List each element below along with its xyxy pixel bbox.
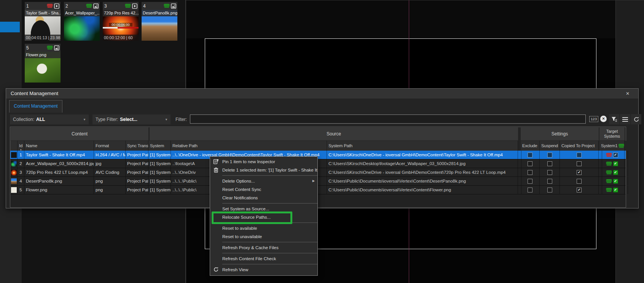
collection-dropdown[interactable]: Collection: ALL ▼ (10, 114, 89, 124)
group-header-source[interactable]: Source (150, 127, 518, 140)
collection-value: ALL (34, 117, 83, 122)
group-header-content[interactable]: Content (11, 127, 148, 140)
target-system-checkbox[interactable] (613, 188, 618, 192)
menu-button[interactable] (620, 114, 630, 124)
media-tile[interactable]: 2 Acer_Wallpaper_... (64, 2, 100, 41)
menu-item-refresh-content-file-check[interactable]: Refresh Content File Check (210, 254, 317, 263)
copied-checkbox[interactable] (577, 188, 582, 192)
tab-content-management[interactable]: Content Management (9, 100, 62, 113)
exclude-checkbox[interactable] (528, 170, 532, 175)
copied-cell (560, 159, 599, 168)
panel-titlebar[interactable]: Content Management ✕ (6, 89, 638, 99)
type-filter-dropdown[interactable]: Type Filter: Select... ▼ (92, 114, 171, 124)
row-thumb-cell (10, 168, 18, 176)
format-cell: png (94, 186, 126, 194)
row-thumbnail (11, 178, 17, 184)
media-tile[interactable]: 4 DesertPano8k.png (142, 2, 177, 41)
media-tile-header: 4 (142, 2, 177, 10)
table-row[interactable]: 1 Taylor Swift - Shake It Off.mp4 H.264 … (10, 151, 626, 159)
suspend-checkbox[interactable] (547, 170, 552, 175)
group-header-settings[interactable]: Settings (521, 127, 599, 140)
close-icon[interactable]: ✕ (626, 91, 630, 96)
col-id[interactable]: Id ▲ (18, 141, 24, 151)
active-tool-indicator[interactable] (0, 22, 20, 32)
clear-filter-button[interactable]: ✕ (600, 116, 607, 122)
col-system-path[interactable]: System Path (327, 141, 518, 151)
menu-item-delete-selected[interactable]: Delete 1 selected item: '[1] Taylor Swif… (210, 166, 317, 174)
menu-item-relocate-source-paths[interactable]: Relocate Source Paths... (210, 213, 317, 221)
target-system-checkbox[interactable] (613, 161, 618, 166)
exclude-cell (521, 186, 540, 194)
media-tile[interactable]: 5 Flower.png (25, 44, 61, 83)
suspend-checkbox[interactable] (547, 153, 552, 157)
video-file-icon (54, 3, 59, 9)
system-path-cell: C:\Users\SKirsch\OneDrive - ioversal Gmb… (327, 168, 518, 176)
exclude-checkbox[interactable] (528, 161, 532, 166)
menu-item-delete-options[interactable]: Delete Options... ▶ (210, 177, 317, 185)
filter-options-button[interactable] (609, 114, 619, 124)
server-status-icon (606, 162, 612, 166)
col-target-system1[interactable]: System1 (599, 141, 625, 151)
col-thumbnail[interactable] (10, 141, 18, 151)
exclude-checkbox[interactable] (528, 188, 532, 192)
media-tile[interactable]: 3 720p Pro Res 42... 00:00:06:00 00:00:1… (103, 2, 139, 41)
menu-item-clear-notifications[interactable]: Clear Notifications (210, 194, 317, 202)
col-system[interactable]: System (148, 141, 171, 151)
table-row[interactable]: 5 Flower.png png Project Path [1] System… (10, 186, 626, 194)
media-tile[interactable]: 1 Taylor Swift - Sha... 00:04:01:13 | 23… (25, 2, 61, 41)
refresh-button[interactable] (631, 114, 641, 124)
copied-checkbox[interactable] (577, 179, 582, 184)
server-status-icon (606, 153, 612, 157)
suspend-checkbox[interactable] (547, 188, 552, 192)
progress-bar (103, 27, 139, 29)
id-cell: 4 (18, 177, 24, 185)
numeric-filter-badge[interactable]: 123 (589, 116, 598, 122)
copied-checkbox[interactable] (577, 153, 582, 157)
menu-item-refresh-view[interactable]: Refresh View (210, 266, 317, 274)
group-header-target-systems[interactable]: Target Systems (599, 127, 625, 140)
exclude-checkbox[interactable] (528, 153, 532, 157)
chevron-down-icon: ▼ (83, 118, 89, 121)
system-cell: [1] System1 (148, 151, 171, 159)
group-target-line2: Systems (604, 134, 620, 139)
menu-separator (222, 223, 317, 223)
table-row[interactable]: 3 720p Pro Res 422 LT Loop.mp4 AVC Codin… (10, 168, 626, 177)
pin-inspector-icon (213, 159, 219, 164)
copied-checkbox[interactable] (577, 170, 582, 175)
suspend-checkbox[interactable] (547, 179, 552, 184)
menu-separator (222, 175, 317, 176)
target-system-checkbox[interactable] (613, 153, 618, 157)
chevron-down-icon: ▼ (165, 118, 171, 121)
col-relative-path[interactable]: Relative Path (171, 141, 327, 151)
suspend-cell (540, 151, 560, 159)
menu-item-reset-content-sync[interactable]: Reset Content Sync (210, 185, 317, 194)
col-suspend[interactable]: Suspend (540, 141, 560, 151)
copied-cell (560, 151, 599, 159)
menu-item-refresh-proxy-cache[interactable]: Refresh Proxy & Cache Files (210, 243, 317, 252)
target-system-checkbox[interactable] (613, 170, 618, 175)
id-cell: 5 (18, 186, 24, 194)
menu-item-pin-to-inspector[interactable]: Pin 1 item to new Inspector (210, 157, 317, 166)
copied-checkbox[interactable] (577, 161, 582, 166)
suspend-checkbox[interactable] (547, 161, 552, 166)
table-row[interactable]: 2 Acer_Wallpaper_03_5000x2814.jpg jpg Pr… (10, 159, 626, 168)
menu-item-set-system-as-source[interactable]: Set System as Source... (210, 205, 317, 213)
table-row[interactable]: 4 DesertPano8k.png png Project Path [1] … (10, 177, 626, 186)
col-format[interactable]: Format (94, 141, 126, 151)
col-sync-transfer[interactable]: Sync Transfer (126, 141, 148, 151)
menu-item-reset-to-unavailable[interactable]: Reset to unavailable (210, 232, 317, 241)
target-system-cell (599, 151, 625, 159)
col-name[interactable]: Name (24, 141, 94, 151)
server-status-icon (125, 4, 131, 8)
target-system-cell (599, 186, 625, 194)
header-gap (625, 141, 628, 151)
sync-transfer-cell: Project Path (126, 186, 148, 194)
exclude-cell (521, 151, 540, 159)
col-exclude[interactable]: Exclude (521, 141, 540, 151)
filter-input[interactable] (190, 114, 586, 124)
col-copied-to-project[interactable]: Copied To Project (560, 141, 599, 151)
target-system-checkbox[interactable] (613, 179, 618, 184)
exclude-checkbox[interactable] (528, 179, 532, 184)
type-filter-label: Type Filter: (92, 117, 118, 122)
menu-item-reset-to-available[interactable]: Reset to available (210, 224, 317, 232)
